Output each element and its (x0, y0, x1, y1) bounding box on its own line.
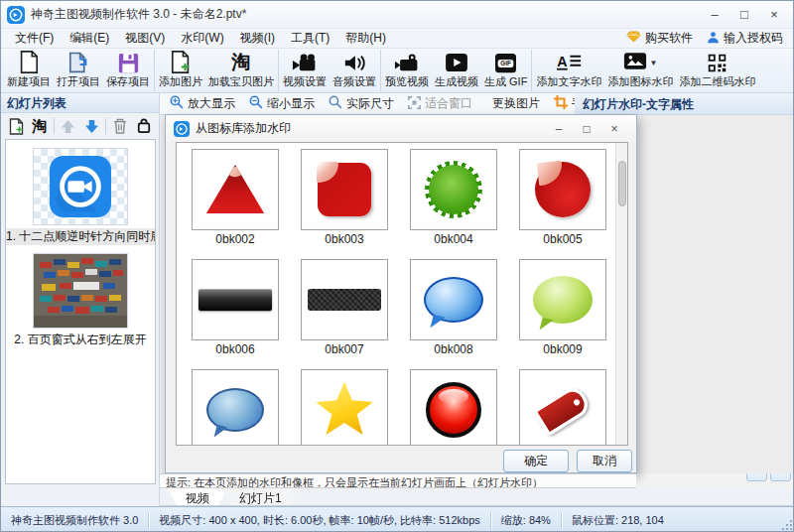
icon-label: 0bk004 (434, 232, 472, 247)
load-taobao-images-button[interactable]: 淘 加载宝贝图片 (205, 50, 277, 91)
menu-edit[interactable]: 编辑(E) (62, 29, 117, 48)
zoom-in-icon (170, 95, 184, 112)
replace-image-button[interactable]: 更换图片 (486, 94, 546, 113)
resize-grip[interactable] (781, 519, 793, 531)
icon-cell[interactable]: 0bk005 (512, 149, 613, 247)
icon-cell[interactable]: 0bk006 (185, 259, 286, 357)
icon-cell[interactable] (512, 369, 613, 446)
preview-camera-icon (394, 52, 420, 73)
slide-list-title: 幻灯片列表 (1, 93, 159, 113)
icon-label: 0bk009 (543, 342, 582, 357)
actual-size-button[interactable]: 实际尺寸 (323, 94, 400, 113)
dialog-maximize-button[interactable]: □ (573, 119, 600, 139)
person-icon (707, 31, 720, 47)
zoom-in-button[interactable]: 放大显示 (164, 94, 241, 113)
delete-slide-button[interactable] (111, 116, 129, 136)
dialog-title-bar: 从图标库添加水印 – □ × (166, 115, 636, 142)
taobao-load-button[interactable]: 淘 (30, 116, 48, 136)
movie-camera-icon (292, 52, 318, 73)
icon-cell[interactable] (403, 369, 504, 446)
tab-slide-1[interactable]: 幻灯片1 (221, 488, 300, 505)
minimize-button[interactable]: – (700, 4, 729, 26)
move-down-button[interactable] (82, 116, 100, 136)
cancel-button[interactable]: 取消 (577, 450, 632, 472)
icon-cell[interactable]: 0bk007 (294, 259, 395, 357)
hint-bar: 提示: 在本页添加的水印和像框，只会显示在当前幻灯片画面上（幻灯片水印） (160, 473, 636, 488)
app-window: 神奇主图视频制作软件 3.0 - 未命名2.ptv* – □ × 文件(F) 编… (0, 0, 794, 532)
ok-button[interactable]: 确定 (503, 450, 569, 472)
slide-item-1[interactable]: 1. 十二点顺逆时针方向同时展开 (6, 140, 155, 245)
menu-tools[interactable]: 工具(T) (283, 29, 337, 48)
audio-settings-button[interactable]: 音频设置 (330, 50, 379, 91)
tab-video[interactable]: 视频 (168, 488, 227, 505)
new-project-button[interactable]: 新建项目 (4, 50, 54, 91)
fit-window-button[interactable]: 适合窗口 (402, 94, 478, 113)
text-watermark-icon: A (557, 52, 582, 73)
menu-file[interactable]: 文件(F) (7, 29, 62, 48)
icon-cell[interactable] (294, 369, 395, 446)
dark-textured-bar-icon (308, 289, 381, 311)
taobao-icon: 淘 (232, 52, 251, 73)
icon-cell[interactable]: 0bk008 (403, 259, 504, 357)
toolbar-separator (54, 118, 55, 134)
save-project-button[interactable]: 保存项目 (103, 50, 153, 91)
icon-cell[interactable]: 0bk002 (185, 149, 286, 247)
toolbar-separator (105, 118, 106, 134)
dialog-title: 从图标库添加水印 (196, 120, 291, 137)
menu-view[interactable]: 视图(V) (117, 29, 173, 48)
add-slide-button[interactable] (7, 116, 25, 136)
add-text-watermark-button[interactable]: A 添加文字水印 (533, 50, 604, 91)
enter-license-link[interactable]: 输入授权码 (707, 30, 783, 47)
dialog-close-button[interactable]: × (600, 119, 628, 139)
open-document-icon (67, 51, 89, 73)
icon-cell[interactable] (185, 369, 286, 446)
fit-window-icon (408, 96, 421, 112)
status-zoom: 缩放: 84% (491, 512, 562, 529)
main-toolbar: 新建项目 打开项目 保存项目 添加图片 淘 加载宝贝图片 (1, 49, 794, 93)
clear-all-button[interactable] (135, 116, 153, 136)
slide-item-2[interactable]: 2. 百页窗式从右到左展开 (6, 245, 155, 348)
red-glossy-orb-icon (426, 382, 481, 438)
generate-video-button[interactable]: 生成视频 (432, 50, 481, 91)
menu-video[interactable]: 视频(I) (232, 29, 283, 48)
status-app-name: 神奇主图视频制作软件 3.0 (1, 512, 149, 529)
slide-1-thumbnail (33, 148, 128, 225)
open-project-button[interactable]: 打开项目 (54, 50, 103, 91)
add-watermark-dialog: 从图标库添加水印 – □ × 0bk002 0bk003 0bk004 (165, 114, 637, 473)
generate-video-icon (445, 52, 468, 73)
generate-gif-button[interactable]: GIF 生成 GIF (481, 50, 530, 91)
title-bar: 神奇主图视频制作软件 3.0 - 未命名2.ptv* – □ × (1, 1, 794, 29)
blue-speech-bubble-icon (206, 388, 264, 432)
slide-list: 1. 十二点顺逆时针方向同时展开 2. 百页窗式从右到左展开 (5, 139, 156, 484)
red-triangle-sticker-icon (204, 164, 266, 215)
move-up-button[interactable] (60, 116, 77, 136)
slide-list-toolbar: 淘 (1, 113, 159, 139)
slide-list-panel: 幻灯片列表 淘 1. 十二点顺逆时针方向同时展开 2. 百页窗式从右到左展开 (1, 93, 160, 506)
add-image-button[interactable]: 添加图片 (156, 50, 205, 91)
add-icon-watermark-button[interactable]: ▼ 添加图标水印 (604, 50, 676, 91)
buy-software-link[interactable]: 购买软件 (626, 30, 693, 47)
video-settings-button[interactable]: 视频设置 (280, 50, 330, 91)
zoom-out-button[interactable]: 缩小显示 (243, 94, 321, 113)
save-floppy-icon (118, 52, 139, 73)
close-button[interactable]: × (759, 4, 789, 26)
app-logo-icon (174, 121, 190, 137)
menu-watermark[interactable]: 水印(W) (173, 29, 231, 48)
dialog-scrollbar[interactable] (615, 143, 627, 445)
icon-cell[interactable]: 0bk003 (294, 149, 395, 247)
red-price-tag-icon (533, 384, 593, 437)
preview-video-button[interactable]: 预览视频 (382, 50, 432, 91)
menu-help[interactable]: 帮助(H) (337, 29, 394, 48)
menu-bar: 文件(F) 编辑(E) 视图(V) 水印(W) 视频(I) 工具(T) 帮助(H… (1, 29, 794, 49)
maximize-button[interactable]: □ (729, 4, 759, 26)
icon-cell[interactable]: 0bk004 (403, 149, 504, 247)
dialog-minimize-button[interactable]: – (545, 119, 573, 139)
view-toolbar: 放大显示 缩小显示 实际尺寸 适合窗口 更换图片 手动裁剪和翻转 (160, 93, 575, 115)
diamond-icon (626, 31, 641, 46)
icon-cell[interactable]: 0bk009 (512, 259, 613, 357)
add-qrcode-watermark-button[interactable]: 添加二维码水印 (676, 50, 758, 91)
speaker-icon (343, 52, 365, 73)
slide-2-caption: 2. 百页窗式从右到左展开 (6, 332, 155, 348)
svg-text:A: A (557, 54, 567, 69)
scrollbar-thumb[interactable] (618, 161, 626, 206)
